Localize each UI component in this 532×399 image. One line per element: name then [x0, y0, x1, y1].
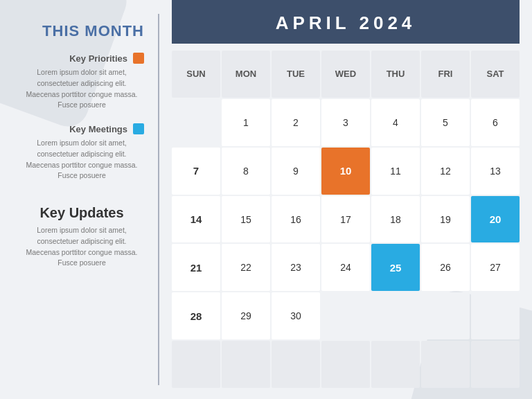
week5-thu [371, 292, 420, 339]
day-sun: SUN [172, 51, 220, 98]
priorities-label-row: Key Priorities [19, 53, 144, 64]
week2-tue: 9 [272, 148, 320, 195]
updates-title: Key Updates [19, 205, 144, 221]
calendar-area: APRIL 2024 SUN MON TUE WED THU FRI SAT 1… [159, 0, 532, 399]
week4-fri: 26 [421, 244, 470, 291]
week1-fri: 5 [421, 99, 470, 146]
day-thu: THU [371, 51, 420, 98]
meetings-label: Key Meetings [69, 124, 127, 134]
week6-wed [321, 341, 370, 388]
day-sat: SAT [471, 51, 520, 98]
week2-mon: 8 [222, 148, 270, 195]
week-4: 21 22 23 24 25 26 27 [172, 244, 520, 291]
week5-fri [421, 292, 470, 339]
day-mon: MON [222, 51, 270, 98]
sidebar: THIS MONTH Key Priorities Lorem ipsum do… [0, 0, 158, 399]
calendar-header: APRIL 2024 [172, 0, 520, 44]
week4-tue: 23 [272, 244, 320, 291]
calendar-day-headers: SUN MON TUE WED THU FRI SAT [172, 51, 520, 98]
week5-sun: 28 [172, 292, 220, 339]
week5-tue: 30 [272, 292, 320, 339]
updates-section: Key Updates Lorem ipsum dolor sit amet, … [19, 194, 144, 269]
week1-tue: 2 [272, 99, 320, 146]
week-1: 1 2 3 4 5 6 [172, 99, 520, 146]
week6-sat [471, 341, 520, 388]
week4-sun: 21 [172, 244, 220, 291]
week2-thu: 11 [371, 148, 420, 195]
meetings-section: Key Meetings Lorem ipsum dolor sit amet,… [19, 123, 144, 181]
week1-thu: 4 [371, 99, 420, 146]
week1-sat: 6 [471, 99, 520, 146]
calendar-grid: SUN MON TUE WED THU FRI SAT 1 2 3 4 5 6 … [172, 51, 520, 388]
week6-thu [371, 341, 420, 388]
priorities-section: Key Priorities Lorem ipsum dolor sit ame… [19, 53, 144, 111]
week4-sat: 27 [471, 244, 520, 291]
week-2: 7 8 9 10 11 12 13 [172, 148, 520, 195]
week5-wed [321, 292, 370, 339]
week2-fri: 12 [421, 148, 470, 195]
week1-mon: 1 [222, 99, 270, 146]
week4-thu-highlight: 25 [371, 244, 420, 291]
sidebar-title: THIS MONTH [19, 22, 144, 40]
week5-sat [471, 292, 520, 339]
week2-sun: 7 [172, 148, 220, 195]
week4-mon: 22 [222, 244, 270, 291]
week6-mon [222, 341, 270, 388]
week3-sun: 14 [172, 196, 220, 243]
day-fri: FRI [421, 51, 470, 98]
week3-mon: 15 [222, 196, 270, 243]
meetings-body: Lorem ipsum dolor sit amet, consectetuer… [19, 138, 144, 181]
updates-body: Lorem ipsum dolor sit amet, consectetuer… [19, 225, 144, 269]
week3-wed: 17 [321, 196, 370, 243]
week2-sat: 13 [471, 148, 520, 195]
week6-fri [421, 341, 470, 388]
day-wed: WED [321, 51, 370, 98]
day-tue: TUE [272, 51, 320, 98]
week4-wed: 24 [321, 244, 370, 291]
priorities-label: Key Priorities [69, 53, 127, 64]
meetings-label-row: Key Meetings [19, 123, 144, 134]
week1-wed: 3 [321, 99, 370, 146]
priorities-body: Lorem ipsum dolor sit amet, consectetuer… [19, 67, 144, 111]
week3-thu: 18 [371, 196, 420, 243]
week3-sat-highlight: 20 [471, 196, 520, 243]
week1-sun [172, 99, 220, 146]
week-6 [172, 341, 520, 388]
week-5: 28 29 30 [172, 292, 520, 339]
week5-mon: 29 [222, 292, 270, 339]
priorities-color-box [133, 53, 144, 64]
week2-wed-highlight: 10 [321, 148, 370, 195]
slide: THIS MONTH Key Priorities Lorem ipsum do… [0, 0, 532, 399]
week6-sun [172, 341, 220, 388]
week3-tue: 16 [272, 196, 320, 243]
week3-fri: 19 [421, 196, 470, 243]
week6-tue [272, 341, 320, 388]
meetings-color-box [133, 123, 144, 134]
week-3: 14 15 16 17 18 19 20 [172, 196, 520, 243]
